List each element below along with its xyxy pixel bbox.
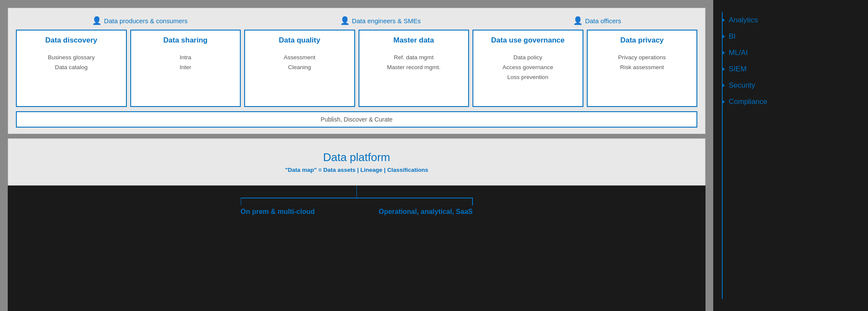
card-items-1: Business glossary Data catalog [48, 53, 95, 73]
card-data-quality: Data quality Assessment Cleaning [244, 30, 355, 107]
horiz-branch [241, 198, 473, 198]
card-title-3: Data quality [279, 36, 320, 45]
persona-label-2: Data engineers & SMEs [352, 17, 421, 24]
card-item-6-1: Risk assessment [620, 64, 664, 70]
card-item-1-1: Data catalog [55, 64, 88, 70]
sidebar-label-siem: SIEM [729, 65, 747, 73]
left-branch-vert [241, 198, 242, 205]
card-data-privacy: Data privacy Privacy operations Risk ass… [587, 30, 698, 107]
card-title-4: Master data [393, 36, 434, 45]
persona-label-3: Data officers [585, 17, 621, 24]
sidebar-label-bi: BI [729, 32, 736, 41]
card-items-3: Assessment Cleaning [284, 53, 316, 73]
sidebar-item-siem: SIEM [722, 61, 855, 77]
sidebar-label-mlai: ML/AI [729, 49, 748, 57]
card-item-2-1: Inter [180, 64, 191, 70]
card-title-2: Data sharing [163, 36, 208, 45]
card-item-5-0: Data policy [513, 54, 542, 61]
publish-bar: Publish, Discover & Curate [16, 111, 697, 128]
bottom-section: Data platform "Data map" = Data assets |… [8, 138, 705, 186]
card-items-2: Intra Inter [180, 53, 191, 73]
lower-area: On prem & multi-cloud Operational, analy… [8, 186, 705, 311]
card-item-3-0: Assessment [284, 54, 316, 61]
card-item-1-0: Business glossary [48, 54, 95, 61]
cards-row: Data discovery Business glossary Data ca… [16, 30, 697, 107]
sidebar-label-security: Security [729, 81, 755, 90]
card-item-4-0: Ref. data mgmt [394, 54, 433, 61]
branch-labels: On prem & multi-cloud Operational, analy… [241, 206, 473, 216]
card-data-use-governance: Data use governance Data policy Access g… [472, 30, 583, 107]
sidebar-label-analytics: Analytics [729, 16, 758, 24]
branch-right: Operational, analytical, SaaS [379, 206, 473, 216]
card-data-sharing: Data sharing Intra Inter [130, 30, 241, 107]
card-items-6: Privacy operations Risk assessment [618, 53, 666, 73]
platform-title: Data platform [323, 151, 390, 164]
sidebar-item-mlai: ML/AI [722, 45, 855, 61]
persona-label-1: Data producers & consumers [104, 17, 187, 24]
persona-3: 👤 Data officers [573, 16, 621, 25]
card-data-discovery: Data discovery Business glossary Data ca… [16, 30, 127, 107]
top-section: 👤 Data producers & consumers 👤 Data engi… [8, 8, 705, 134]
horiz-line [241, 198, 473, 198]
card-master-data: Master data Ref. data mgmt Master record… [359, 30, 469, 107]
personas-row: 👤 Data producers & consumers 👤 Data engi… [16, 16, 697, 25]
persona-2: 👤 Data engineers & SMEs [340, 16, 421, 25]
branch-label-0: On prem & multi-cloud [241, 208, 315, 216]
sidebar-item-analytics: Analytics [722, 12, 855, 28]
persona-1: 👤 Data producers & consumers [92, 16, 187, 25]
sidebar-items: Analytics BI ML/AI SIEM Security Complia… [722, 12, 855, 110]
card-item-2-0: Intra [180, 54, 191, 61]
right-branch-vert [472, 198, 473, 205]
person-icon-2: 👤 [340, 16, 350, 25]
publish-bar-label: Publish, Discover & Curate [321, 116, 393, 123]
right-sidebar: Analytics BI ML/AI SIEM Security Complia… [713, 0, 868, 311]
main-area: 👤 Data producers & consumers 👤 Data engi… [0, 0, 713, 311]
branch-label-1: Operational, analytical, SaaS [379, 208, 473, 216]
card-items-4: Ref. data mgmt Master record mgmt. [387, 53, 441, 73]
person-icon-1: 👤 [92, 16, 101, 25]
vert-connector [356, 186, 357, 198]
card-title-1: Data discovery [45, 36, 97, 45]
card-item-5-2: Loss prevention [507, 74, 548, 80]
card-title-5: Data use governance [491, 36, 564, 45]
card-item-3-1: Cleaning [288, 64, 311, 70]
branch-left: On prem & multi-cloud [241, 206, 315, 216]
card-item-4-1: Master record mgmt. [387, 64, 441, 70]
sidebar-label-compliance: Compliance [729, 98, 767, 106]
sidebar-item-bi: BI [722, 28, 855, 45]
sidebar-item-compliance: Compliance [722, 94, 855, 110]
platform-subtitle: "Data map" = Data assets | Lineage | Cla… [285, 167, 428, 173]
sidebar-vertical-line [722, 12, 723, 299]
card-item-6-0: Privacy operations [618, 54, 666, 61]
card-item-5-1: Access governance [503, 64, 553, 70]
person-icon-3: 👤 [573, 16, 583, 25]
card-title-6: Data privacy [620, 36, 664, 45]
sidebar-item-security: Security [722, 77, 855, 94]
card-items-5: Data policy Access governance Loss preve… [503, 53, 553, 82]
